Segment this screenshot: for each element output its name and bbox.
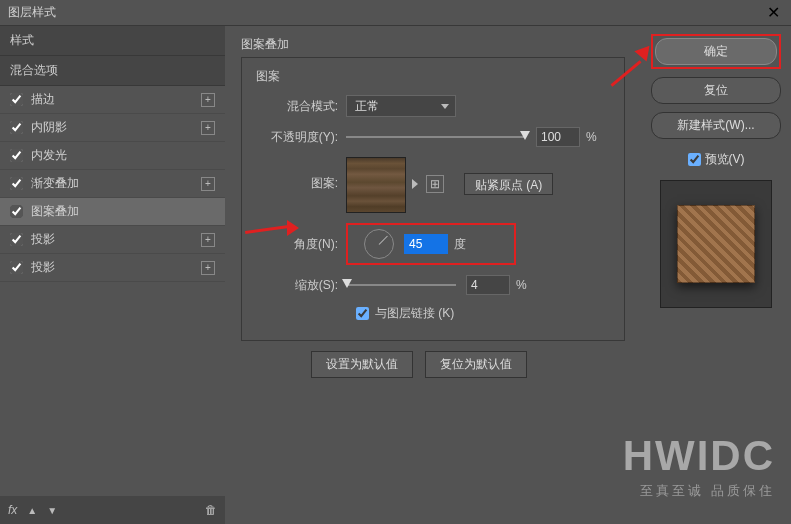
trash-icon[interactable]: 🗑 xyxy=(205,503,217,517)
annotation-arrow-icon xyxy=(607,44,651,88)
watermark-small: 至真至诚 品质保住 xyxy=(623,482,775,500)
style-item-label: 投影 xyxy=(31,259,201,276)
opacity-label: 不透明度(Y): xyxy=(256,129,346,146)
center-panel: 图案叠加 图案 混合模式: 正常 不透明度(Y): % 图案: ⊞ 贴紧原 xyxy=(225,26,641,524)
angle-input[interactable] xyxy=(404,234,448,254)
slider-thumb[interactable] xyxy=(520,131,530,140)
scale-label: 缩放(S): xyxy=(256,277,346,294)
link-checkbox[interactable] xyxy=(356,307,369,320)
make-default-button[interactable]: 设置为默认值 xyxy=(311,351,413,378)
preview-checkbox[interactable] xyxy=(688,153,701,166)
blending-options-header[interactable]: 混合选项 xyxy=(0,56,225,86)
angle-dial[interactable] xyxy=(364,229,394,259)
reset-button[interactable]: 复位 xyxy=(651,77,781,104)
style-item-gradient-overlay[interactable]: 渐变叠加 + xyxy=(0,170,225,198)
group-label: 图案 xyxy=(256,68,610,85)
styles-header[interactable]: 样式 xyxy=(0,26,225,56)
ok-highlight: 确定 xyxy=(651,34,781,69)
link-label: 与图层链接 (K) xyxy=(375,305,454,322)
style-list: 描边 + 内阴影 + 内发光 渐变叠加 + 图案叠加 xyxy=(0,86,225,496)
fx-menu-icon[interactable]: fx xyxy=(8,503,17,517)
add-effect-icon[interactable]: + xyxy=(201,261,215,275)
opacity-slider[interactable] xyxy=(346,136,526,138)
scale-unit: % xyxy=(516,278,527,292)
new-style-button[interactable]: 新建样式(W)... xyxy=(651,112,781,139)
blend-mode-row: 混合模式: 正常 xyxy=(256,95,610,117)
style-item-drop-shadow-1[interactable]: 投影 + xyxy=(0,226,225,254)
angle-row-outer: 角度(N): 度 xyxy=(256,223,610,265)
close-icon[interactable]: ✕ xyxy=(763,3,783,22)
move-up-icon[interactable]: ▲ xyxy=(27,505,37,516)
angle-unit: 度 xyxy=(454,236,466,253)
snap-origin-button[interactable]: 贴紧原点 (A) xyxy=(464,173,553,195)
scale-input[interactable] xyxy=(466,275,510,295)
section-title: 图案叠加 xyxy=(241,36,625,53)
scale-slider[interactable] xyxy=(346,284,456,286)
style-item-label: 图案叠加 xyxy=(31,203,215,220)
pattern-swatch[interactable] xyxy=(346,157,406,213)
style-item-inner-shadow[interactable]: 内阴影 + xyxy=(0,114,225,142)
style-item-stroke[interactable]: 描边 + xyxy=(0,86,225,114)
titlebar: 图层样式 ✕ xyxy=(0,0,791,26)
reset-default-button[interactable]: 复位为默认值 xyxy=(425,351,527,378)
style-item-pattern-overlay[interactable]: 图案叠加 xyxy=(0,198,225,226)
move-down-icon[interactable]: ▼ xyxy=(47,505,57,516)
preview-box xyxy=(660,180,772,308)
style-item-label: 投影 xyxy=(31,231,201,248)
add-effect-icon[interactable]: + xyxy=(201,93,215,107)
left-panel: 样式 混合选项 描边 + 内阴影 + 内发光 渐变叠加 + xyxy=(0,26,225,524)
opacity-row: 不透明度(Y): % xyxy=(256,127,610,147)
style-checkbox[interactable] xyxy=(10,177,23,190)
angle-highlight: 度 xyxy=(346,223,516,265)
blend-mode-value: 正常 xyxy=(355,98,379,115)
ok-button[interactable]: 确定 xyxy=(655,38,777,65)
style-checkbox[interactable] xyxy=(10,121,23,134)
default-buttons: 设置为默认值 复位为默认值 xyxy=(311,351,625,378)
style-item-label: 内发光 xyxy=(31,147,215,164)
style-checkbox[interactable] xyxy=(10,261,23,274)
blend-mode-select[interactable]: 正常 xyxy=(346,95,456,117)
style-checkbox[interactable] xyxy=(10,149,23,162)
style-item-label: 渐变叠加 xyxy=(31,175,201,192)
pattern-row: 图案: ⊞ 贴紧原点 (A) xyxy=(256,157,610,213)
style-checkbox[interactable] xyxy=(10,205,23,218)
style-checkbox[interactable] xyxy=(10,93,23,106)
annotation-arrow-icon xyxy=(245,226,295,256)
pattern-group: 图案 混合模式: 正常 不透明度(Y): % 图案: ⊞ 贴紧原点 (A) xyxy=(241,57,625,341)
link-row: 与图层链接 (K) xyxy=(356,305,610,322)
left-footer: fx ▲ ▼ 🗑 xyxy=(0,496,225,524)
add-effect-icon[interactable]: + xyxy=(201,233,215,247)
new-pattern-icon[interactable]: ⊞ xyxy=(426,175,444,193)
style-item-label: 描边 xyxy=(31,91,201,108)
preview-label: 预览(V) xyxy=(705,151,745,168)
preview-row[interactable]: 预览(V) xyxy=(688,151,745,168)
chevron-right-icon[interactable] xyxy=(412,179,418,189)
add-effect-icon[interactable]: + xyxy=(201,177,215,191)
slider-thumb[interactable] xyxy=(342,279,352,288)
window-title: 图层样式 xyxy=(8,4,763,21)
preview-thumbnail xyxy=(677,205,755,283)
style-item-label: 内阴影 xyxy=(31,119,201,136)
style-item-drop-shadow-2[interactable]: 投影 + xyxy=(0,254,225,282)
opacity-unit: % xyxy=(586,130,597,144)
style-checkbox[interactable] xyxy=(10,233,23,246)
watermark-big: HWIDC xyxy=(623,432,775,480)
watermark: HWIDC 至真至诚 品质保住 xyxy=(623,432,775,500)
add-effect-icon[interactable]: + xyxy=(201,121,215,135)
blend-mode-label: 混合模式: xyxy=(256,98,346,115)
style-item-inner-glow[interactable]: 内发光 xyxy=(0,142,225,170)
pattern-label: 图案: xyxy=(256,157,346,192)
opacity-input[interactable] xyxy=(536,127,580,147)
scale-row: 缩放(S): % xyxy=(256,275,610,295)
